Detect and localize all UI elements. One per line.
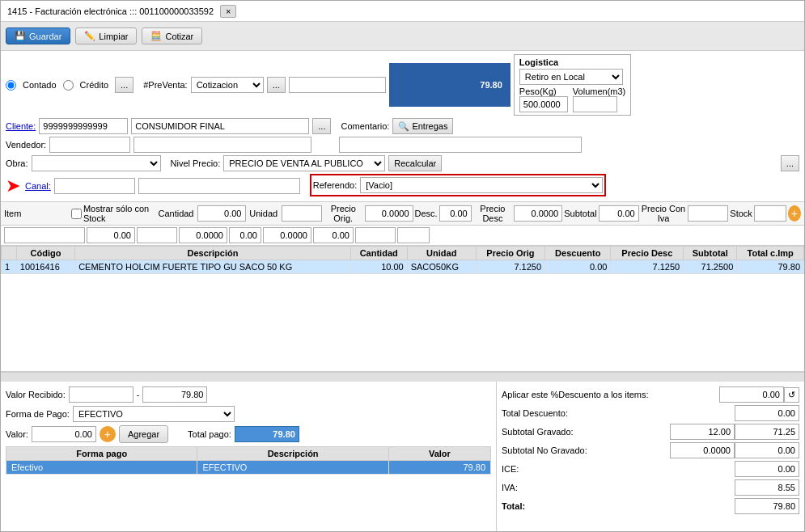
iva-input[interactable] [735,479,799,496]
window-title: 1415 - Facturación electrónica ::: 00110… [7,6,214,16]
comentario-input[interactable] [339,137,582,153]
add-payment-btn[interactable]: + [100,426,116,442]
subtotal-gravado-row: Subtotal Gravado: [502,424,799,440]
recalcular-btn[interactable]: Recalcular [388,155,442,171]
item-desc-input[interactable] [229,227,261,243]
valor-agregar-row: Valor: + Agregar Total pago: [6,425,491,443]
cliente-label[interactable]: Cliente: [6,121,36,131]
subtotal-gravado-pct[interactable] [670,424,735,440]
valor-recibido-input2[interactable] [142,386,207,403]
subtotal-no-gravado-input[interactable] [735,442,799,458]
item-search-input[interactable] [4,227,85,243]
clean-button[interactable]: ✏️ Limpiar [75,27,137,44]
canal-referendo-row: ➤ Canal: Referendo: [Vacio] [6,174,799,198]
vendedor-code-input[interactable] [49,137,130,153]
unidad-input[interactable] [282,205,322,222]
add-item-button[interactable]: + [788,205,801,222]
precio-desc-input[interactable] [514,205,562,222]
subtotal-gravado-input[interactable] [735,424,799,440]
mostrar-stock-checkbox[interactable] [71,209,82,219]
subtotal-no-gravado-pct[interactable] [670,442,735,458]
forma-pago-select[interactable]: EFECTIVO [73,406,235,422]
item-con-iva-input[interactable] [355,227,396,243]
total-descuento-label: Total Descuento: [502,408,735,418]
payment-row[interactable]: EfectivoEFECTIVO79.80 [6,461,491,475]
referendo-select[interactable]: [Vacio] [360,177,603,193]
cliente-name-input[interactable] [131,118,309,134]
credito-radio[interactable] [63,80,74,91]
total-descuento-input[interactable] [735,405,799,421]
obra-label: Obra: [6,158,28,168]
nivel-precio-select[interactable]: PRECIO DE VENTA AL PUBLICO [223,155,385,171]
canal-code-input[interactable] [54,178,135,194]
subtotal-no-gravado-label: Subtotal No Gravado: [502,445,670,455]
refresh-descuento-btn[interactable]: ↺ [784,387,799,403]
contado-radio[interactable] [6,80,16,91]
logistics-box: Logistica Retiro en Local Peso(Kg) Volum… [514,54,631,116]
total-pago-input[interactable] [235,426,299,442]
canal-label[interactable]: Canal: [25,181,51,191]
total-input[interactable] [735,498,799,514]
valor-recibido-row: Valor Recibido: - [6,386,491,403]
quote-icon: 🧮 [150,31,162,41]
canal-row: ➤ Canal: [6,175,300,196]
canal-name-input[interactable] [138,178,300,194]
item-cantidad-input[interactable] [87,227,135,243]
valor-input[interactable] [32,426,96,442]
col-precio-orig: Precio Orig [476,247,544,260]
descuento-items-input[interactable] [719,386,784,403]
forma-pago-row: Forma de Pago: EFECTIVO [6,406,491,422]
obra-select[interactable] [32,155,161,171]
total-descuento-row: Total Descuento: [502,405,799,421]
item-precio-input[interactable] [179,227,227,243]
volumen-input[interactable] [573,96,617,112]
stock-input[interactable] [754,205,786,222]
cantidad-input[interactable] [197,205,246,222]
comentario-text-area [339,137,799,153]
close-button[interactable]: × [220,5,236,18]
nivel-precio-label: Nivel Precio: [171,158,221,168]
preventa-extra-btn[interactable]: ... [267,77,286,93]
form-row-cliente: Cliente: ... Comentario: 🔍 Entregas [6,118,799,134]
descuento-items-row: Aplicar este %Descuento a los items: ↺ [502,386,799,403]
credito-label: Crédito [80,80,108,90]
iva-row: IVA: [502,479,799,496]
precio-orig-input[interactable] [365,205,413,222]
item-stock-input[interactable] [397,227,430,243]
extra-btn-1[interactable]: ... [115,77,133,93]
subtotal-input[interactable] [599,205,639,222]
item-unidad-input[interactable] [137,227,177,243]
precio-con-iva-input[interactable] [688,205,728,222]
horizontal-scrollbar[interactable] [1,372,804,382]
products-table-container[interactable]: Código Descripción Cantidad Unidad Preci… [1,246,804,372]
obra-extra-btn[interactable]: ... [781,155,799,171]
descuento-items-label: Aplicar este %Descuento a los items: [502,390,719,399]
ice-input[interactable] [735,461,799,477]
preventa-select[interactable]: Cotizacion [191,77,264,93]
products-table: Código Descripción Cantidad Unidad Preci… [1,246,804,274]
cliente-id-input[interactable] [39,118,128,134]
peso-input[interactable] [519,96,568,112]
subtotal-label: Subtotal [564,209,596,218]
vendedor-name-input[interactable] [133,137,311,153]
valor-recibido-input1[interactable] [69,386,133,403]
unidad-label: Unidad [248,209,280,218]
table-row[interactable]: 1 10016416 CEMENTO HOLCIM FUERTE TIPO GU… [2,260,804,274]
agregar-btn[interactable]: Agregar [119,425,168,443]
desc-input[interactable] [439,205,472,222]
col-subtotal: Subtotal [684,247,737,260]
item-subtotal-input[interactable] [313,227,354,243]
entregas-btn[interactable]: 🔍 Entregas [392,118,453,134]
total-label: Total: [502,501,735,511]
save-button[interactable]: 💾 Guardar [6,27,70,44]
subtotal-gravado-label: Subtotal Gravado: [502,427,670,437]
logistics-title: Logistica [519,57,625,67]
item-precio-desc-input[interactable] [263,227,311,243]
preventa-input[interactable] [289,77,386,93]
form-row-obra: Obra: Nivel Precio: PRECIO DE VENTA AL P… [6,155,799,171]
quote-button[interactable]: 🧮 Cotizar [142,27,202,44]
col-descuento: Descuento [545,247,611,260]
cliente-extra-btn[interactable]: ... [312,118,331,134]
total-pago-label: Total pago: [188,429,231,439]
logistics-select[interactable]: Retiro en Local [519,69,623,85]
